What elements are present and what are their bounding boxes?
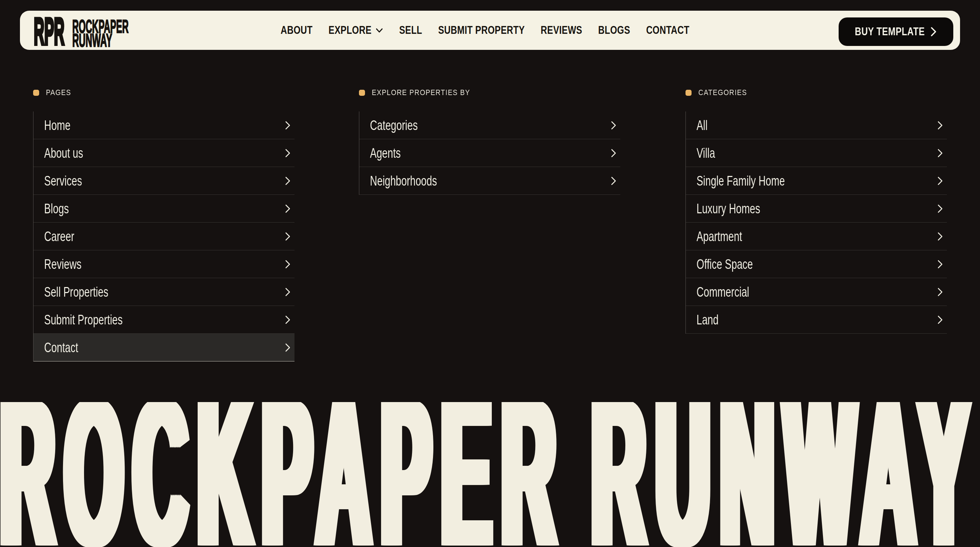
menu-item-label: Apartment [697,229,742,244]
nav-item-about[interactable]: ABOUT [281,24,313,37]
menu-item-label: Villa [697,145,715,161]
nav-item-sell[interactable]: SELL [399,24,422,37]
menu-item-label: Career [44,229,75,244]
chevron-right-icon [938,315,943,324]
menu-item-label: Services [44,173,82,189]
menu-item-apartment[interactable]: Apartment [686,223,947,250]
menu-item-categories[interactable]: Categories [359,111,620,139]
menu-item-label: Blogs [44,201,69,216]
nav-item-label: ABOUT [281,24,313,37]
menu-item-neighborhoods[interactable]: Neighborhoods [359,167,620,195]
menu-item-home[interactable]: Home [33,111,294,139]
nav-item-contact[interactable]: CONTACT [646,24,689,37]
chevron-right-icon [938,149,943,157]
menu-item-submit-properties[interactable]: Submit Properties [33,306,294,334]
menu-item-label: Reviews [44,256,81,272]
chevron-right-icon [938,232,943,241]
menu-item-sell-properties[interactable]: Sell Properties [33,278,294,306]
chevron-right-icon [938,204,943,213]
chevron-right-icon [611,121,616,130]
orange-square-icon [359,90,365,96]
menu-item-all[interactable]: All [686,111,947,139]
menu-item-label: Contact [44,340,78,355]
nav-item-label: CONTACT [646,24,689,37]
menu-column-categories: CATEGORIES AllVillaSingle Family HomeLux… [686,86,947,334]
menu-item-services[interactable]: Services [33,167,294,195]
menu-item-agents[interactable]: Agents [359,139,620,167]
menu-item-about-us[interactable]: About us [33,139,294,167]
menu-item-luxury-homes[interactable]: Luxury Homes [686,195,947,223]
chevron-right-icon [938,177,943,185]
menu-column-categories-header: CATEGORIES [686,86,947,99]
nav-item-blogs[interactable]: BLOGS [598,24,630,37]
chevron-right-icon [285,204,290,213]
menu-column-heading: CATEGORIES [698,88,747,97]
header-bar: RPR ROCKPAPER RUNWAY ABOUTEXPLORESELLSUB… [20,11,960,50]
chevron-right-icon [611,149,616,157]
menu-item-label: Office Space [697,256,753,272]
orange-square-icon [686,90,692,96]
menu-column-pages-header: PAGES [33,86,294,99]
logo-monogram: RPR [32,13,67,48]
chevron-right-icon [285,121,290,130]
menu-item-label: Single Family Home [697,173,785,189]
nav-item-label: BLOGS [598,24,630,37]
nav-item-label: SELL [399,24,422,37]
nav-item-label: REVIEWS [541,24,582,37]
menu-item-label: All [697,118,708,133]
menu-item-label: Luxury Homes [697,201,760,216]
orange-square-icon [33,90,39,96]
menu-column-heading: PAGES [46,88,71,97]
page: RPR ROCKPAPER RUNWAY ABOUTEXPLORESELLSUB… [0,0,980,547]
menu-item-blogs[interactable]: Blogs [33,195,294,223]
menu-item-label: Commercial [697,284,749,300]
nav-item-reviews[interactable]: REVIEWS [541,24,582,37]
chevron-right-icon [285,177,290,185]
nav-item-submit-property[interactable]: SUBMIT PROPERTY [438,24,525,37]
menu-item-contact[interactable]: Contact [33,334,294,361]
chevron-right-icon [931,27,936,36]
menu-item-reviews[interactable]: Reviews [33,250,294,278]
menu-column-pages: PAGES HomeAbout usServicesBlogsCareerRev… [33,86,294,361]
chevron-right-icon [285,260,290,269]
logo-monogram-text: RPR [34,13,64,48]
menu-column-explore-properties-by: EXPLORE PROPERTIES BY CategoriesAgentsNe… [359,86,620,195]
logo-wordmark-line2: RUNWAY [72,30,112,48]
menu-item-office-space[interactable]: Office Space [686,250,947,278]
menu-item-label: Categories [370,118,418,133]
menu-column-explore-header: EXPLORE PROPERTIES BY [359,86,620,99]
chevron-right-icon [938,288,943,296]
menu-item-label: Agents [370,145,401,161]
menu-item-label: Land [697,312,719,328]
menu-item-label: Submit Properties [44,312,123,328]
menu-item-career[interactable]: Career [33,223,294,250]
chevron-right-icon [285,149,290,157]
nav-item-label: EXPLORE [329,24,372,37]
chevron-right-icon [611,177,616,185]
main-nav: ABOUTEXPLORESELLSUBMIT PROPERTYREVIEWSBL… [281,11,689,50]
buy-template-button[interactable]: BUY TEMPLATE [838,17,953,46]
menu-item-commercial[interactable]: Commercial [686,278,947,306]
menu-item-villa[interactable]: Villa [686,139,947,167]
menu-item-single-family-home[interactable]: Single Family Home [686,167,947,195]
chevron-right-icon [938,260,943,269]
menu-item-label: Home [44,118,70,133]
chevron-right-icon [285,315,290,324]
buy-template-label: BUY TEMPLATE [855,25,924,38]
menu-item-land[interactable]: Land [686,306,947,334]
chevron-right-icon [285,232,290,241]
nav-item-explore[interactable]: EXPLORE [329,24,383,37]
giant-wordmark: ROCKPAPER RUNWAY [0,402,980,547]
brand-logo[interactable]: RPR ROCKPAPER RUNWAY [32,13,131,48]
menu-item-label: Neighborhoods [370,173,437,189]
chevron-right-icon [285,343,290,352]
menu-item-label: About us [44,145,83,161]
chevron-down-icon [376,28,383,33]
chevron-right-icon [938,121,943,130]
menu-column-heading: EXPLORE PROPERTIES BY [372,88,470,97]
logo-wordmark: ROCKPAPER RUNWAY [72,13,131,48]
chevron-right-icon [285,288,290,296]
menu-item-label: Sell Properties [44,284,108,300]
nav-item-label: SUBMIT PROPERTY [438,24,525,37]
